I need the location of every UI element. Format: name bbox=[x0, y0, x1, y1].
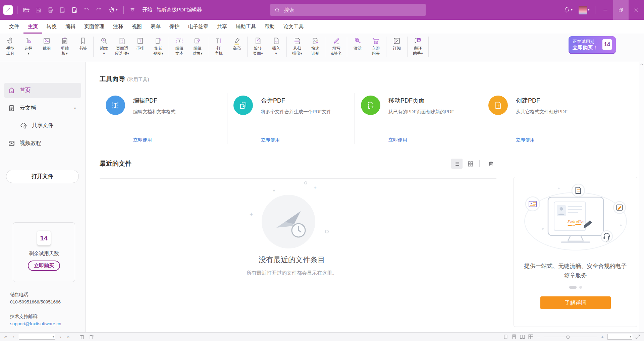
facing-continuous-view-icon[interactable] bbox=[528, 334, 534, 340]
menu-edit[interactable]: 编辑 bbox=[61, 20, 80, 34]
bookmark-button[interactable]: 书签 bbox=[74, 36, 92, 52]
menu-comment[interactable]: 注释 bbox=[109, 20, 127, 34]
account-button[interactable]: ▾ bbox=[575, 4, 593, 16]
zoom-level-input[interactable] bbox=[608, 334, 630, 339]
notifications-button[interactable]: ▾ bbox=[560, 4, 575, 16]
learn-more-button[interactable]: 了解详情 bbox=[540, 296, 611, 309]
zoom-out-button[interactable]: − bbox=[536, 334, 541, 339]
page-number-input[interactable] bbox=[19, 334, 53, 339]
facing-view-icon[interactable] bbox=[520, 334, 525, 340]
close-button[interactable] bbox=[629, 0, 644, 20]
delete-pages-button[interactable] bbox=[57, 4, 68, 16]
menu-page-management[interactable]: 页面管理 bbox=[80, 20, 109, 34]
next-view-icon[interactable] bbox=[88, 334, 94, 340]
next-page-button[interactable]: › bbox=[58, 334, 63, 339]
previous-view-icon[interactable] bbox=[79, 334, 85, 340]
use-now-link[interactable]: 立即使用 bbox=[261, 137, 280, 143]
hand-pointer-button[interactable]: ▾ bbox=[105, 4, 120, 16]
rotate-pages-button[interactable]: 旋转 页面▾ bbox=[249, 36, 267, 57]
card-edit-pdf[interactable]: 编辑PDF 编辑文档和文本格式 立即使用 bbox=[100, 93, 227, 144]
typewriter-button[interactable]: 打 字机 bbox=[210, 36, 228, 57]
zoom-slider-handle[interactable] bbox=[566, 335, 570, 339]
sidebar-item-video-tutorials[interactable]: 视频教程 bbox=[4, 136, 81, 151]
single-page-view-icon[interactable] bbox=[503, 334, 508, 340]
menu-protect[interactable]: 保护 bbox=[165, 20, 184, 34]
carousel-dot[interactable] bbox=[579, 286, 582, 289]
trial-badge[interactable]: 正在试用期 立即购买！ 14 bbox=[569, 36, 616, 53]
scroll-up-icon[interactable] bbox=[640, 63, 643, 66]
user-avatar[interactable] bbox=[579, 6, 587, 14]
redo-button[interactable] bbox=[93, 4, 104, 16]
menu-view[interactable]: 视图 bbox=[127, 20, 146, 34]
zoom-in-button[interactable]: + bbox=[600, 334, 605, 339]
translate-assistant-button[interactable]: A 翻译 助手▾ bbox=[409, 36, 427, 57]
carousel-dot-active[interactable] bbox=[569, 286, 577, 289]
fill-sign-button[interactable]: 填写 &签名 bbox=[327, 36, 345, 57]
clear-recent-trash-button[interactable] bbox=[485, 159, 496, 169]
use-now-link[interactable]: 立即使用 bbox=[388, 137, 407, 143]
collapse-toolbar-button[interactable] bbox=[127, 4, 138, 16]
menu-esign[interactable]: 电子签章 bbox=[184, 20, 213, 34]
search-box[interactable] bbox=[270, 4, 426, 16]
insert-pages-button[interactable] bbox=[69, 4, 80, 16]
open-file-button[interactable] bbox=[20, 4, 32, 16]
use-now-link[interactable]: 立即使用 bbox=[133, 137, 152, 143]
view-toggles bbox=[449, 159, 496, 169]
menu-home[interactable]: 主页 bbox=[23, 20, 42, 34]
zoom-slider[interactable] bbox=[544, 337, 597, 337]
support-email-link[interactable]: support@foxitsoftware.cn bbox=[10, 320, 61, 328]
menu-accessibility[interactable]: 辅助工具 bbox=[231, 20, 260, 34]
menu-convert[interactable]: 转换 bbox=[42, 20, 61, 34]
buy-now-button[interactable]: 立即 购买 bbox=[367, 36, 385, 57]
sidebar-item-shared-files[interactable]: 共享文件 bbox=[4, 118, 81, 133]
hand-tool-button[interactable]: 手型 工具 bbox=[1, 36, 19, 57]
zoom-button[interactable]: 缩放 ▾ bbox=[95, 36, 113, 57]
sidebar-item-home[interactable]: 首页 bbox=[4, 83, 81, 98]
clipboard-button[interactable]: 剪贴 板▾ bbox=[56, 36, 74, 57]
sidebar-item-cloud-docs[interactable]: 云文档 ▾ bbox=[4, 101, 81, 116]
menu-file[interactable]: 文件 bbox=[5, 20, 23, 34]
foxit-logo-icon[interactable] bbox=[3, 5, 13, 15]
activate-button[interactable]: 激活 bbox=[348, 36, 367, 52]
first-page-button[interactable]: « bbox=[3, 334, 8, 339]
menu-form[interactable]: 表单 bbox=[146, 20, 165, 34]
card-move-pdf-pages[interactable]: 移动PDF页面 从已有的PDF页面创建新的PDF 立即使用 bbox=[355, 93, 482, 144]
list-view-button[interactable] bbox=[451, 159, 463, 169]
continuous-view-icon[interactable] bbox=[511, 334, 517, 340]
reflow-button[interactable]: 重排 bbox=[131, 36, 149, 52]
restore-button[interactable] bbox=[613, 0, 629, 20]
insert-button[interactable]: 插入 ▾ bbox=[267, 36, 285, 57]
use-now-link[interactable]: 立即使用 bbox=[516, 137, 535, 143]
page-fit-options-button[interactable]: 页面适 应选项▾ bbox=[113, 36, 131, 57]
buy-now-pill-button[interactable]: 立即购买 bbox=[28, 261, 60, 271]
rotate-view-button[interactable]: 旋转 视图▾ bbox=[149, 36, 167, 57]
search-input[interactable] bbox=[283, 7, 422, 13]
edit-text-button[interactable]: 编辑 文本 bbox=[170, 36, 189, 57]
edit-object-button[interactable]: 编辑 对象▾ bbox=[189, 36, 207, 57]
snapshot-button[interactable]: 截图 bbox=[38, 36, 56, 52]
cloud-docs-caret-icon[interactable]: ▾ bbox=[74, 106, 76, 110]
quick-ocr-button[interactable]: OCR 快速 识别 bbox=[306, 36, 324, 57]
select-tool-button[interactable]: 选择 ▾ bbox=[19, 36, 38, 57]
zoom-level-caret-icon[interactable]: ▾ bbox=[630, 336, 631, 338]
open-file-big-button[interactable]: 打开文件 bbox=[6, 170, 79, 183]
menu-share[interactable]: 共享 bbox=[213, 20, 231, 34]
print-button[interactable] bbox=[45, 4, 56, 16]
undo-button[interactable] bbox=[81, 4, 92, 16]
minimize-button[interactable] bbox=[598, 0, 613, 20]
content-scrollbar[interactable] bbox=[639, 62, 644, 332]
from-scanner-button[interactable]: 从扫 描仪▾ bbox=[288, 36, 306, 57]
highlight-button[interactable]: 高亮 bbox=[228, 36, 246, 52]
fullscreen-icon[interactable] bbox=[635, 334, 641, 340]
card-create-pdf[interactable]: 创建PDF 从其它格式文件创建PDF 立即使用 bbox=[482, 93, 609, 144]
previous-page-button[interactable]: ‹ bbox=[11, 334, 16, 339]
menu-paper-tools[interactable]: 论文工具 bbox=[279, 20, 308, 34]
menu-help[interactable]: 帮助 bbox=[260, 20, 279, 34]
save-button[interactable] bbox=[33, 4, 44, 16]
page-number-caret-icon[interactable]: ▾ bbox=[53, 336, 54, 338]
subscribe-button[interactable]: 订阅 bbox=[388, 36, 406, 52]
last-page-button[interactable]: » bbox=[66, 334, 70, 339]
grid-view-button[interactable] bbox=[465, 159, 476, 169]
empty-state-illustration bbox=[262, 195, 315, 248]
card-merge-pdf[interactable]: 合并PDF 将多个文件合并生成一个PDF文件 立即使用 bbox=[227, 93, 355, 144]
